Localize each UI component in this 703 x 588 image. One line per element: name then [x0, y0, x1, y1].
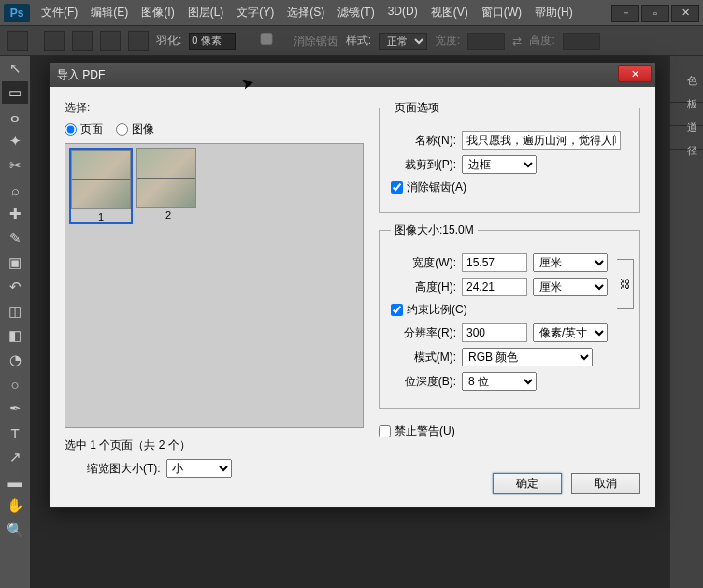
style-label: 样式:: [346, 33, 371, 49]
thumb-1[interactable]: 1: [69, 148, 133, 224]
panel-tab-swatches[interactable]: 板: [670, 79, 703, 103]
menu-image[interactable]: 图像(I): [136, 1, 179, 24]
height-unit-select[interactable]: 厘米: [533, 278, 608, 296]
image-size-legend: 图像大小:15.0M: [391, 222, 478, 238]
panel-tab-color[interactable]: 色: [670, 56, 703, 79]
thumbnail-list[interactable]: 1 2: [65, 143, 364, 428]
menu-3d[interactable]: 3D(D): [382, 1, 423, 24]
mode-select[interactable]: RGB 颜色: [462, 348, 593, 366]
selection-subtract-icon[interactable]: [100, 31, 121, 51]
resolution-unit-select[interactable]: 像素/英寸: [533, 323, 608, 342]
thumbsize-select[interactable]: 小: [166, 459, 232, 478]
thumbsize-label: 缩览图大小(T):: [87, 461, 161, 477]
gradient-tool[interactable]: ◧: [2, 324, 28, 347]
dialog-title: 导入 PDF: [57, 67, 105, 83]
right-panels: 色 板 道 径: [669, 56, 703, 588]
height-input: [563, 33, 600, 50]
height-input-d[interactable]: [462, 278, 527, 296]
crop-select[interactable]: 边框: [462, 155, 537, 174]
hand-tool[interactable]: ✋: [2, 495, 28, 517]
radio-page[interactable]: 页面: [65, 122, 103, 137]
suppress-warnings-checkbox[interactable]: 禁止警告(U): [379, 423, 640, 439]
type-tool[interactable]: T: [2, 422, 28, 444]
menu-window[interactable]: 窗口(W): [476, 1, 527, 24]
titlebar: Ps 文件(F) 编辑(E) 图像(I) 图层(L) 文字(Y) 选择(S) 滤…: [0, 0, 703, 26]
ok-button[interactable]: 确定: [493, 473, 562, 494]
thumb-label-2: 2: [165, 209, 171, 221]
height-label: 高度:: [529, 33, 554, 49]
history-brush-tool[interactable]: ↶: [2, 276, 28, 298]
panel-tab-channels[interactable]: 道: [670, 103, 703, 126]
link-icon[interactable]: ⛓: [617, 259, 634, 309]
height-label-d: 高度(H):: [391, 280, 456, 295]
pen-tool[interactable]: ✒: [2, 397, 28, 420]
move-tool[interactable]: ↖: [2, 57, 28, 79]
menu-view[interactable]: 视图(V): [425, 1, 474, 24]
style-select[interactable]: 正常: [379, 33, 427, 50]
dialog-close-button[interactable]: ✕: [618, 65, 652, 82]
maximize-button[interactable]: ▫: [641, 5, 669, 22]
select-label: 选择:: [65, 100, 364, 116]
dodge-tool[interactable]: ○: [2, 373, 28, 395]
radio-image[interactable]: 图像: [116, 122, 154, 137]
crop-label: 裁剪到(P):: [391, 157, 456, 173]
name-input[interactable]: [462, 131, 621, 150]
menu-select[interactable]: 选择(S): [281, 1, 330, 24]
width-label-d: 宽度(W):: [391, 255, 456, 271]
width-unit-select[interactable]: 厘米: [533, 253, 608, 272]
shape-tool[interactable]: ▬: [2, 470, 28, 493]
lasso-tool[interactable]: ⴰ: [2, 106, 28, 128]
feather-label: 羽化:: [156, 33, 181, 49]
thumb-2[interactable]: 2: [136, 148, 200, 221]
eraser-tool[interactable]: ◫: [2, 300, 28, 323]
depth-select[interactable]: 8 位: [462, 372, 537, 391]
wand-tool[interactable]: ✦: [2, 130, 28, 152]
zoom-tool[interactable]: 🔍: [2, 519, 28, 541]
resolution-input[interactable]: [462, 323, 527, 342]
thumb-image-1: [71, 150, 131, 209]
selection-intersect-icon[interactable]: [128, 31, 149, 51]
panel-tab-paths[interactable]: 径: [670, 126, 703, 150]
crop-tool[interactable]: ✂: [2, 154, 28, 177]
page-options-legend: 页面选项: [391, 100, 443, 116]
heal-tool[interactable]: ✚: [2, 203, 28, 225]
width-label: 宽度:: [435, 33, 460, 49]
menu-file[interactable]: 文件(F): [36, 1, 83, 24]
brush-tool[interactable]: ✎: [2, 227, 28, 250]
close-window-button[interactable]: ✕: [671, 5, 699, 22]
marquee-tool[interactable]: ▭: [2, 81, 28, 104]
antialias-checkbox-row[interactable]: 消除锯齿(A): [391, 179, 628, 195]
feather-input[interactable]: [189, 33, 236, 50]
name-label: 名称(N):: [391, 133, 456, 149]
thumb-label-1: 1: [98, 211, 104, 222]
eyedropper-tool[interactable]: ⌕: [2, 179, 28, 201]
mode-label: 模式(M):: [391, 350, 456, 366]
constrain-checkbox[interactable]: 约束比例(C): [391, 302, 628, 318]
tools-panel: ↖ ▭ ⴰ ✦ ✂ ⌕ ✚ ✎ ▣ ↶ ◫ ◧ ◔ ○ ✒ T ↗ ▬ ✋ 🔍: [0, 56, 30, 542]
resolution-label: 分辨率(R):: [391, 325, 456, 341]
selection-status: 选中 1 个页面（共 2 个）: [65, 437, 364, 453]
selection-add-icon[interactable]: [72, 31, 93, 51]
menu-filter[interactable]: 滤镜(T): [332, 1, 380, 24]
menu-layer[interactable]: 图层(L): [182, 1, 230, 24]
menu-edit[interactable]: 编辑(E): [85, 1, 134, 24]
stamp-tool[interactable]: ▣: [2, 251, 28, 274]
blur-tool[interactable]: ◔: [2, 349, 28, 371]
cancel-button[interactable]: 取消: [571, 473, 640, 494]
selection-new-icon[interactable]: [44, 31, 65, 51]
menubar: 文件(F) 编辑(E) 图像(I) 图层(L) 文字(Y) 选择(S) 滤镜(T…: [36, 1, 611, 24]
minimize-button[interactable]: －: [611, 5, 639, 22]
page-options-group: 页面选项 名称(N): 裁剪到(P): 边框 消除锯齿(A): [379, 100, 640, 213]
menu-type[interactable]: 文字(Y): [231, 1, 280, 24]
width-input: [467, 33, 505, 50]
menu-help[interactable]: 帮助(H): [529, 1, 579, 24]
dialog-titlebar[interactable]: 导入 PDF ✕: [50, 63, 655, 87]
import-pdf-dialog: 导入 PDF ✕ 选择: 页面 图像 1 2 选中 1 个页面（共 2 个）: [49, 62, 656, 508]
marquee-tool-icon[interactable]: [7, 31, 28, 51]
swap-icon: ⇄: [512, 35, 522, 48]
path-tool[interactable]: ↗: [2, 446, 28, 468]
depth-label: 位深度(B):: [391, 374, 456, 390]
image-size-group: 图像大小:15.0M 宽度(W): 厘米 高度(H): 厘米 ⛓ 约束比例(C)…: [379, 222, 640, 409]
thumb-image-2: [136, 148, 196, 208]
width-input-d[interactable]: [462, 253, 527, 272]
